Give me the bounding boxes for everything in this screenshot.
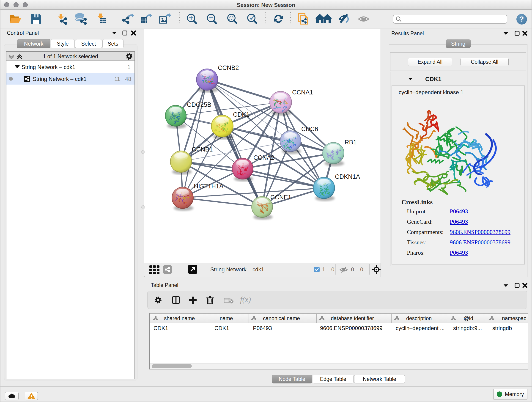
svg-text:CDC25B: CDC25B: [187, 101, 211, 108]
svg-text:CCNA2: CCNA2: [253, 154, 274, 161]
svg-text:CDK1: CDK1: [233, 111, 249, 118]
svg-text:CCNB1: CCNB1: [192, 146, 213, 153]
svg-text:CCNB2: CCNB2: [218, 64, 239, 71]
svg-text:CDC6: CDC6: [301, 126, 318, 133]
svg-text:HIST1H1A: HIST1H1A: [194, 183, 223, 190]
svg-text:CCNA1: CCNA1: [292, 89, 313, 96]
svg-text:CDKN1A: CDKN1A: [335, 173, 360, 180]
svg-text:RB1: RB1: [345, 139, 357, 146]
svg-text:CCNE1: CCNE1: [270, 194, 291, 201]
